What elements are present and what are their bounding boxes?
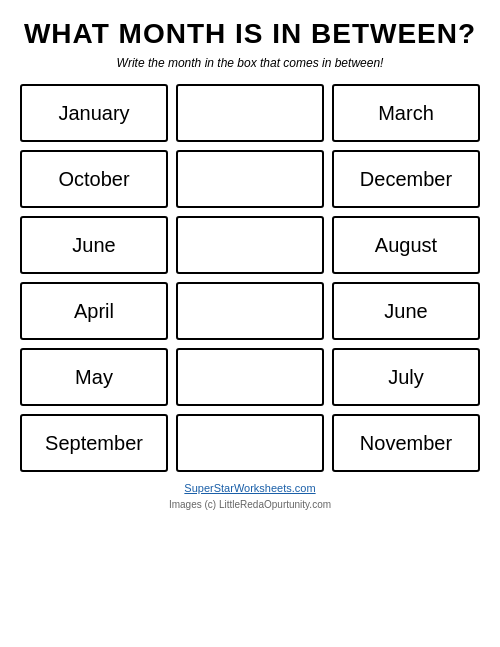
worksheet-row-4: MayJuly (20, 348, 480, 406)
row-2-left: June (20, 216, 168, 274)
worksheet-row-1: OctoberDecember (20, 150, 480, 208)
page-title: WHAT MONTH IS IN BETWEEN? (24, 18, 476, 50)
footer-link: SuperStarWorksheets.com (169, 482, 331, 494)
row-2-right: August (332, 216, 480, 274)
row-0-left: January (20, 84, 168, 142)
row-5-middle[interactable] (176, 414, 324, 472)
footer-copy: Images (c) LittleRedaOpurtunity.com (169, 499, 331, 510)
row-5-right: November (332, 414, 480, 472)
worksheet-rows: JanuaryMarchOctoberDecemberJuneAugustApr… (20, 84, 480, 472)
worksheet-row-5: SeptemberNovember (20, 414, 480, 472)
subtitle: Write the month in the box that comes in… (117, 56, 384, 70)
row-1-right: December (332, 150, 480, 208)
row-1-middle[interactable] (176, 150, 324, 208)
row-3-right: June (332, 282, 480, 340)
row-3-middle[interactable] (176, 282, 324, 340)
worksheet-row-2: JuneAugust (20, 216, 480, 274)
row-4-middle[interactable] (176, 348, 324, 406)
footer: SuperStarWorksheets.com Images (c) Littl… (169, 482, 331, 512)
row-4-left: May (20, 348, 168, 406)
row-0-right: March (332, 84, 480, 142)
row-3-left: April (20, 282, 168, 340)
worksheet-row-3: AprilJune (20, 282, 480, 340)
row-2-middle[interactable] (176, 216, 324, 274)
worksheet-row-0: JanuaryMarch (20, 84, 480, 142)
row-5-left: September (20, 414, 168, 472)
row-0-middle[interactable] (176, 84, 324, 142)
row-4-right: July (332, 348, 480, 406)
row-1-left: October (20, 150, 168, 208)
